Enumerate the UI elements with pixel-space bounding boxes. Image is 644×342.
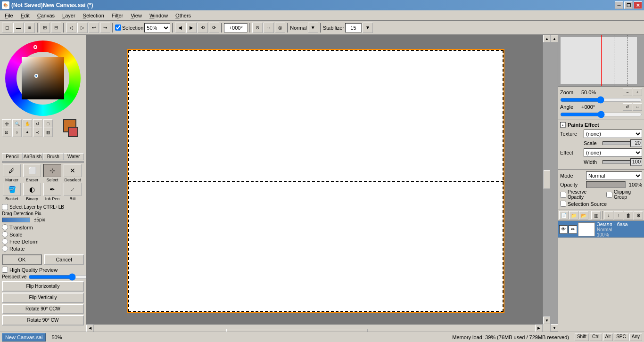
scroll-up-btn[interactable]: ▲ — [543, 35, 550, 42]
tool-btn-7[interactable]: ▷ — [77, 23, 88, 33]
angle-flip-btn[interactable]: ↔ — [633, 103, 642, 111]
cancel-button[interactable]: Cancel — [44, 254, 84, 265]
mid-scroll-track[interactable] — [551, 42, 557, 324]
minimize-button[interactable]: ─ — [615, 1, 623, 9]
tool-marker[interactable]: 🖊 — [3, 164, 21, 177]
tab-water[interactable]: Water — [64, 153, 84, 160]
tb-btn-f[interactable]: ↔ — [264, 23, 274, 33]
key-alt[interactable]: Alt — [603, 334, 613, 341]
layer-settings-btn[interactable]: ⚙ — [634, 211, 643, 220]
zoom-plus-btn[interactable]: + — [633, 89, 642, 96]
hand-tool-btn[interactable]: ✋ — [23, 119, 32, 129]
scroll-thumb-vertical[interactable] — [544, 170, 550, 189]
mid-scroll-up[interactable]: ▲ — [551, 35, 558, 42]
clipping-group-checkbox[interactable] — [606, 192, 612, 198]
rotate-ccw-button[interactable]: Rotate 90° CCW — [2, 304, 84, 314]
selection-checkbox[interactable] — [115, 24, 121, 31]
scroll-track-vertical[interactable] — [543, 42, 550, 317]
tab-brush[interactable]: Brush — [43, 153, 64, 160]
rotate-radio[interactable] — [2, 245, 8, 252]
lasso-btn[interactable]: ○ — [12, 128, 22, 137]
tab-pencil[interactable]: Pencil — [2, 153, 23, 160]
drawing-canvas[interactable] — [127, 49, 504, 313]
menu-selection[interactable]: Selection — [79, 12, 108, 19]
flip-h-button[interactable]: Flip Horizontally — [2, 281, 84, 292]
scroll-down-btn[interactable]: ▼ — [543, 317, 550, 324]
tool-btn-9[interactable]: ↪ — [100, 23, 110, 33]
menu-file[interactable]: File — [1, 12, 17, 19]
opacity-bar[interactable] — [586, 181, 626, 188]
layer-pen-0[interactable]: ✏ — [569, 225, 577, 234]
menu-filter[interactable]: Filter — [108, 12, 127, 19]
new-layer-btn[interactable]: 📄 — [559, 211, 569, 220]
move-up-btn[interactable]: ↑ — [614, 211, 623, 220]
preserve-opacity-checkbox[interactable] — [560, 192, 566, 198]
tool-select[interactable]: ⊹ — [43, 164, 61, 177]
tool-inkpen[interactable]: ✒ — [43, 183, 61, 196]
angle-reset-btn[interactable]: ↺ — [623, 103, 632, 111]
pe-width-slider[interactable] — [603, 160, 630, 164]
pe-scale-slider[interactable] — [603, 141, 630, 145]
scale-radio[interactable] — [2, 231, 8, 237]
zoom-tool-btn[interactable]: 🔍 — [12, 119, 22, 129]
color-wheel-container[interactable] — [5, 41, 81, 116]
mode-select[interactable]: Normal — [586, 171, 642, 180]
secondary-color-swatch[interactable] — [68, 127, 78, 137]
menu-edit[interactable]: Edit — [17, 12, 33, 19]
new-layer-from-file-btn[interactable]: 📁 — [569, 211, 578, 220]
fill-tool-btn[interactable]: ▥ — [591, 211, 601, 220]
transform-radio[interactable] — [2, 224, 8, 230]
key-any[interactable]: Any — [629, 334, 642, 341]
layer-item-0[interactable]: 👁 ✏ Земля - база Normal 100% — [558, 221, 644, 238]
fill-btn[interactable]: ▥ — [43, 128, 53, 137]
move-tool-btn[interactable]: ✛ — [2, 119, 11, 129]
perspective-slider[interactable] — [28, 275, 86, 279]
tool-scroll-bar[interactable] — [2, 161, 84, 163]
menu-view[interactable]: View — [127, 12, 146, 19]
scroll-left-btn[interactable]: ◀ — [86, 325, 94, 332]
tb-btn-c[interactable]: ⟲ — [198, 23, 208, 33]
tool-btn-2[interactable]: ▬ — [13, 23, 24, 33]
flip-v-button[interactable]: Flip Vertically — [2, 293, 84, 303]
tool-binary[interactable]: ◐ — [23, 183, 41, 196]
tb-btn-g[interactable]: ◎ — [275, 23, 285, 33]
tb-btn-a[interactable]: ◀ — [175, 23, 185, 33]
tool-deselect[interactable]: ✕ — [64, 164, 82, 177]
free-deform-radio[interactable] — [2, 238, 8, 244]
menu-canvas[interactable]: Canvas — [33, 12, 58, 19]
tool-btn-8[interactable]: ↩ — [89, 23, 99, 33]
magic-wand-btn[interactable]: ✦ — [23, 128, 32, 137]
rotate-cw-button[interactable]: Rotate 90° CW — [2, 315, 84, 326]
ok-button[interactable]: OK — [2, 254, 42, 265]
key-shift[interactable]: Shift — [575, 334, 589, 341]
tab-airbrush[interactable]: AirBrush — [23, 153, 43, 160]
restore-button[interactable]: ❐ — [624, 1, 633, 9]
blend-input[interactable] — [224, 23, 248, 33]
tool-btn-6[interactable]: ◁ — [66, 23, 76, 33]
canvas-area[interactable]: ▲ ▼ ◀ ▶ — [86, 35, 550, 332]
status-canvas-button[interactable]: New Canvas.sai — [2, 333, 46, 342]
tb-btn-e[interactable]: ⊙ — [252, 23, 263, 33]
layer-eye-0[interactable]: 👁 — [559, 225, 568, 234]
menu-others[interactable]: Others — [172, 12, 195, 19]
move-down-btn[interactable]: ↓ — [604, 211, 613, 220]
select-layer-checkbox[interactable] — [2, 204, 8, 210]
hq-preview-checkbox[interactable] — [2, 267, 8, 273]
stabilizer-input[interactable] — [345, 23, 362, 33]
zoom-minus-btn[interactable]: − — [623, 89, 632, 96]
tool-eraser[interactable]: ⬜ — [23, 164, 41, 177]
close-button[interactable]: ✕ — [634, 1, 642, 9]
mode-dropdown-btn[interactable]: ▼ — [308, 23, 318, 33]
rotate-view-btn[interactable]: ↺ — [33, 119, 42, 129]
stabilizer-dropdown[interactable]: ▼ — [363, 23, 373, 33]
select-rect-btn[interactable]: ⊡ — [2, 128, 11, 137]
menu-window[interactable]: Window — [146, 12, 172, 19]
mid-scroll-down[interactable]: ▼ — [551, 324, 558, 332]
selection-source-checkbox[interactable] — [560, 201, 566, 207]
tb-btn-d[interactable]: ⟳ — [209, 23, 219, 33]
pe-effect-select[interactable]: (none) — [584, 148, 642, 157]
pe-texture-select[interactable]: (none) — [584, 130, 642, 138]
drag-slider[interactable] — [2, 218, 30, 222]
tool-btn-5[interactable]: ⊟ — [51, 23, 61, 33]
shrink-btn[interactable]: ≺ — [33, 128, 42, 137]
